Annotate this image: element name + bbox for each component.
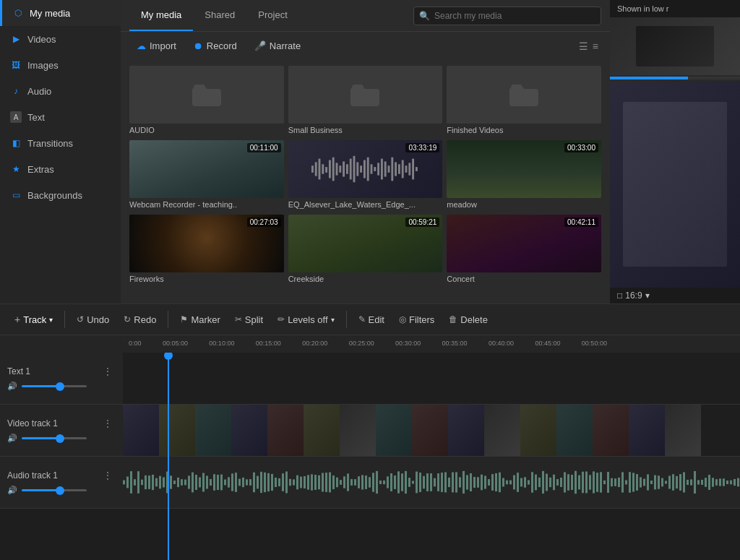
levels-icon: ✏ bbox=[278, 314, 285, 324]
svg-rect-119 bbox=[441, 473, 443, 492]
track-menu-text1[interactable]: ⋮ bbox=[100, 366, 116, 377]
svg-rect-112 bbox=[416, 472, 418, 494]
preview-label: Shown in low r bbox=[610, 0, 740, 17]
edit-button[interactable]: ✎ Edit bbox=[353, 311, 390, 329]
svg-rect-186 bbox=[683, 472, 685, 492]
svg-rect-120 bbox=[444, 473, 447, 493]
sort-icon-1[interactable]: ☰ bbox=[579, 40, 588, 52]
svg-rect-159 bbox=[585, 472, 588, 494]
track-button[interactable]: + Track ▾ bbox=[9, 310, 59, 329]
volume-slider-video1[interactable] bbox=[22, 437, 87, 439]
filters-button[interactable]: ◎ Filters bbox=[393, 311, 440, 329]
sidebar-label-text: Text bbox=[27, 112, 45, 123]
track-menu-audio1[interactable]: ⋮ bbox=[100, 470, 116, 481]
svg-rect-54 bbox=[206, 475, 208, 488]
video-frame-13 bbox=[556, 405, 593, 456]
video-frame-15 bbox=[629, 405, 665, 456]
sidebar-item-audio[interactable]: ♪ Audio bbox=[0, 78, 121, 104]
track-label: Track bbox=[23, 314, 46, 325]
toolbar-divider-2 bbox=[168, 311, 168, 328]
volume-slider-text1[interactable] bbox=[22, 385, 87, 387]
record-button[interactable]: ⏺ Record bbox=[189, 38, 241, 54]
sidebar-item-extras[interactable]: ★ Extras bbox=[0, 156, 121, 182]
ruler-mark-9: 00:45:00 bbox=[535, 340, 560, 348]
audio-icon: ♪ bbox=[10, 85, 22, 97]
webcam-label: Webcam Recorder - teaching.. bbox=[129, 198, 284, 210]
svg-rect-170 bbox=[625, 481, 627, 485]
svg-rect-101 bbox=[376, 471, 378, 494]
track-label-audio1: Audio track 1 ⋮ 🔊 bbox=[0, 457, 123, 508]
svg-rect-21 bbox=[384, 161, 386, 176]
meadow-label: meadow bbox=[447, 198, 601, 210]
track-menu-video1[interactable]: ⋮ bbox=[100, 418, 116, 429]
svg-rect-130 bbox=[481, 475, 483, 491]
preview-ratio[interactable]: □ 16:9 ▾ bbox=[610, 288, 740, 303]
ruler-mark-8: 00:40:00 bbox=[489, 340, 514, 348]
ruler-mark-2: 00:10:00 bbox=[209, 340, 234, 348]
sidebar-item-videos[interactable]: ▶ Videos bbox=[0, 26, 121, 52]
narrate-button[interactable]: 🎤 Narrate bbox=[250, 38, 305, 54]
media-item-folder-finished[interactable]: Finished Videos bbox=[447, 66, 601, 136]
preview-bottom bbox=[610, 81, 740, 288]
sidebar-item-backgrounds[interactable]: ▭ Backgrounds bbox=[0, 182, 121, 208]
svg-rect-85 bbox=[318, 475, 320, 489]
svg-rect-16 bbox=[366, 158, 369, 181]
media-item-eq-audio[interactable]: 03:33:19 bbox=[288, 140, 443, 210]
narrate-icon: 🎤 bbox=[254, 40, 266, 51]
levels-label: Levels off bbox=[288, 314, 327, 325]
undo-button[interactable]: ↺ Undo bbox=[71, 311, 115, 329]
svg-rect-163 bbox=[600, 472, 602, 492]
marker-label: Marker bbox=[191, 314, 220, 325]
video-frame-2 bbox=[159, 405, 195, 456]
media-item-meadow[interactable]: 00:33:00 meadow bbox=[447, 140, 601, 210]
folder-svg3 bbox=[509, 83, 538, 106]
media-item-concert[interactable]: 00:42:11 Concert bbox=[447, 215, 601, 285]
tab-my-media[interactable]: My media bbox=[129, 1, 193, 31]
undo-icon: ↺ bbox=[77, 314, 84, 324]
svg-rect-129 bbox=[477, 477, 479, 487]
svg-rect-146 bbox=[538, 478, 541, 487]
media-item-creekside[interactable]: 00:59:21 Creekside bbox=[288, 215, 443, 285]
search-input[interactable] bbox=[413, 7, 601, 25]
svg-rect-6 bbox=[332, 158, 334, 181]
svg-rect-27 bbox=[405, 165, 407, 173]
delete-button[interactable]: 🗑 Delete bbox=[443, 311, 494, 329]
media-item-folder-smallbiz[interactable]: Small Business bbox=[288, 66, 443, 136]
preview-scrollbar bbox=[610, 77, 740, 79]
svg-rect-71 bbox=[267, 473, 270, 491]
svg-rect-44 bbox=[170, 475, 172, 488]
duration-concert: 00:42:11 bbox=[564, 217, 598, 227]
media-item-folder-audio[interactable]: AUDIO bbox=[129, 66, 284, 136]
sort-icon-2[interactable]: ≡ bbox=[593, 40, 598, 52]
sidebar-label-audio: Audio bbox=[27, 86, 51, 97]
svg-rect-178 bbox=[654, 475, 656, 490]
media-item-fireworks[interactable]: 00:27:03 Fireworks bbox=[129, 215, 284, 285]
sidebar-item-text[interactable]: A Text bbox=[0, 104, 121, 130]
sidebar-item-images[interactable]: 🖼 Images bbox=[0, 52, 121, 78]
backgrounds-icon: ▭ bbox=[10, 189, 22, 201]
actions-bar: ☁ Import ⏺ Record 🎤 Narrate ☰ ≡ bbox=[121, 32, 610, 60]
sidebar-label-videos: Videos bbox=[27, 34, 56, 45]
ruler-mark-5: 00:25:00 bbox=[349, 340, 374, 348]
redo-button[interactable]: ↻ Redo bbox=[118, 311, 162, 329]
track-row-video1: Video track 1 ⋮ 🔊 bbox=[0, 405, 740, 457]
sidebar-item-transitions[interactable]: ◧ Transitions bbox=[0, 130, 121, 156]
sidebar-item-my-media[interactable]: ⬡ My media bbox=[0, 0, 121, 26]
split-button[interactable]: ✂ Split bbox=[229, 311, 269, 329]
media-item-webcam[interactable]: 00:11:00 Webcam Recorder - teaching.. bbox=[129, 140, 284, 210]
tab-project[interactable]: Project bbox=[246, 1, 298, 31]
import-icon: ☁ bbox=[137, 40, 146, 51]
search-box: 🔍 bbox=[413, 7, 601, 25]
levels-button[interactable]: ✏ Levels off ▾ bbox=[272, 311, 340, 329]
preview-image bbox=[610, 17, 740, 288]
svg-rect-155 bbox=[571, 475, 573, 490]
tab-shared[interactable]: Shared bbox=[193, 1, 246, 31]
svg-rect-175 bbox=[643, 479, 645, 486]
audio-waveform-svg bbox=[123, 457, 740, 508]
duration-meadow: 00:33:00 bbox=[564, 143, 598, 152]
svg-rect-31 bbox=[123, 481, 125, 485]
marker-button[interactable]: ⚑ Marker bbox=[174, 311, 225, 329]
import-button[interactable]: ☁ Import bbox=[132, 38, 181, 54]
volume-slider-audio1[interactable] bbox=[22, 489, 87, 491]
track-plus-icon: + bbox=[14, 314, 20, 325]
